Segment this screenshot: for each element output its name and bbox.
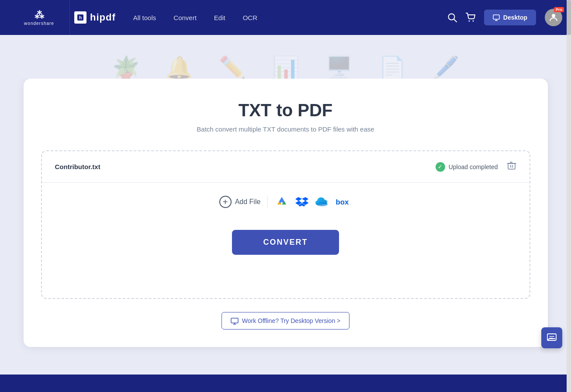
main-content: TXT to PDF Batch convert multiple TXT do… xyxy=(0,79,571,364)
cart-button[interactable] xyxy=(466,13,475,22)
file-name: Contributor.txt xyxy=(55,163,436,170)
svg-point-4 xyxy=(468,21,470,22)
upload-area: Contributor.txt ✓ Upload completed + Add… xyxy=(41,150,530,299)
deco-feather-icon: 🖊️ xyxy=(432,57,459,79)
divider xyxy=(267,195,268,208)
page-subtitle: Batch convert multiple TXT documents to … xyxy=(41,125,530,133)
converter-card: TXT to PDF Batch convert multiple TXT do… xyxy=(24,79,548,347)
onedrive-button[interactable] xyxy=(315,195,329,209)
svg-point-9 xyxy=(552,14,555,17)
convert-button-wrap: CONVERT xyxy=(42,230,529,255)
chat-button[interactable] xyxy=(541,327,562,348)
convert-button[interactable]: CONVERT xyxy=(232,230,339,255)
nav-links: All tools Convert Edit OCR xyxy=(133,14,447,21)
wondershare-label: wondershare xyxy=(24,21,54,26)
svg-line-3 xyxy=(454,19,457,22)
wondershare-brand: ⁂ wondershare xyxy=(9,0,70,35)
offline-button[interactable]: Work Offline? Try Desktop Version > xyxy=(221,312,350,330)
desktop-button[interactable]: Desktop xyxy=(484,10,536,25)
upload-status-label: Upload completed xyxy=(449,163,498,170)
nav-ocr[interactable]: OCR xyxy=(243,14,257,21)
add-file-label: Add File xyxy=(235,198,261,206)
search-button[interactable] xyxy=(447,13,457,22)
footer-bar xyxy=(0,375,571,392)
nav-convert[interactable]: Convert xyxy=(173,14,197,21)
nav-actions: Desktop Pro xyxy=(447,9,562,26)
nav-all-tools[interactable]: All tools xyxy=(133,14,156,21)
offline-btn-label: Work Offline? Try Desktop Version > xyxy=(242,317,341,324)
dropbox-button[interactable] xyxy=(295,195,309,209)
file-row: Contributor.txt ✓ Upload completed xyxy=(42,151,529,183)
navbar: ⁂ wondershare h hipdf All tools Convert … xyxy=(0,0,571,35)
offline-link-wrap: Work Offline? Try Desktop Version > xyxy=(41,312,530,330)
desktop-btn-label: Desktop xyxy=(503,14,527,21)
deco-lamp-icon: 🔔 xyxy=(166,57,193,79)
box-button[interactable]: box xyxy=(335,197,352,207)
hipdf-logo-icon: h xyxy=(74,11,87,24)
bg-decoration: 🪴 🔔 ✏️ 📊 🖥️ 📄 🖊️ xyxy=(0,35,571,79)
check-icon: ✓ xyxy=(436,162,445,172)
deco-pencil-icon: ✏️ xyxy=(219,57,246,79)
cloud-icons: box xyxy=(275,195,352,209)
add-file-row: + Add File xyxy=(42,183,529,221)
add-circle-icon: + xyxy=(219,196,232,208)
deco-monitor-icon: 🖥️ xyxy=(325,57,353,79)
wondershare-icon: ⁂ xyxy=(35,10,44,21)
hipdf-brand: h hipdf xyxy=(74,11,116,24)
deco-chart-icon: 📊 xyxy=(272,57,299,79)
deco-plant-icon: 🪴 xyxy=(112,57,139,79)
avatar-wrap: Pro xyxy=(545,9,562,26)
scrollbar[interactable] xyxy=(567,0,571,392)
add-file-button[interactable]: + Add File xyxy=(219,196,261,208)
svg-text:h: h xyxy=(79,15,82,20)
nav-edit[interactable]: Edit xyxy=(214,14,225,21)
upload-status: ✓ Upload completed xyxy=(436,162,498,172)
scrollbar-thumb[interactable] xyxy=(567,0,571,35)
svg-rect-16 xyxy=(231,318,238,323)
pro-badge: Pro xyxy=(554,7,564,12)
google-drive-button[interactable] xyxy=(275,195,289,209)
page-title: TXT to PDF xyxy=(41,101,530,120)
deco-doc-icon: 📄 xyxy=(379,57,406,79)
svg-text:box: box xyxy=(336,198,349,206)
svg-rect-6 xyxy=(493,15,499,19)
svg-rect-10 xyxy=(508,163,515,169)
svg-point-5 xyxy=(472,21,474,22)
delete-file-button[interactable] xyxy=(507,161,516,173)
hipdf-text: hipdf xyxy=(90,12,116,23)
